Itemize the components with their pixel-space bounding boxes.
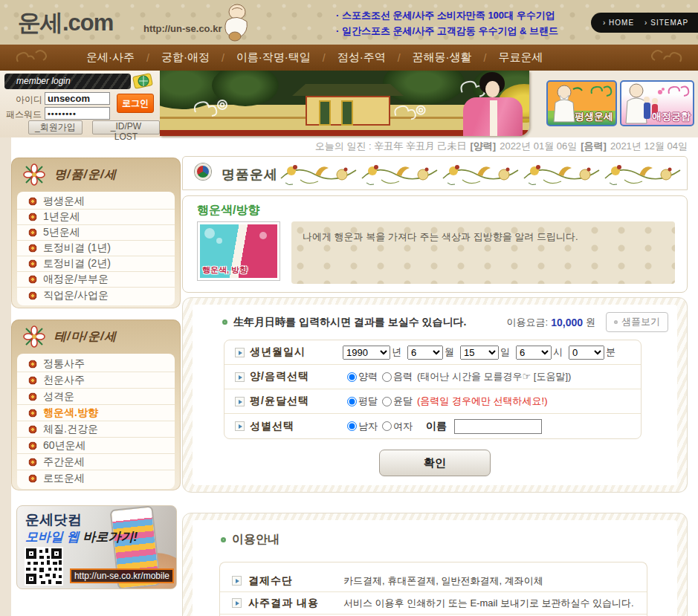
- menu2-header: 테/마/운/세: [11, 320, 181, 354]
- day-unit: 일: [500, 346, 510, 359]
- calendar-note[interactable]: (태어난 시간을 모를경우☞ [도움말]): [417, 370, 571, 383]
- flower-bullet-icon: [28, 376, 37, 385]
- flower-bullet-icon: [28, 392, 37, 401]
- sidebar-item-lotto[interactable]: 로또운세: [17, 470, 175, 487]
- section-title: 행운색/방향: [197, 203, 259, 218]
- male-radio[interactable]: [347, 421, 357, 431]
- month-select[interactable]: 6: [407, 346, 443, 360]
- nav-jumseong[interactable]: 점성·주역: [335, 51, 389, 65]
- cloud-swirl-icon: [190, 96, 234, 124]
- love-match-banner[interactable]: 애정궁합: [620, 80, 694, 126]
- sidebar-item-health[interactable]: 체질.건강운: [17, 421, 175, 438]
- sidebar-item-lifetime[interactable]: 평생운세: [17, 194, 175, 210]
- sidebar-item-lucky-color[interactable]: 행운색.방향: [17, 405, 175, 421]
- sidebar-item-tojeong1[interactable]: 토정비결 (1년): [17, 241, 175, 256]
- thumbnail-image: 행운색, 방향: [200, 224, 277, 278]
- login-button[interactable]: 로그인: [117, 94, 154, 113]
- hour-select[interactable]: 6: [516, 346, 552, 360]
- nav-free[interactable]: 무료운세: [495, 51, 546, 65]
- hanbok-lady-graphic: [490, 100, 497, 136]
- birth-input-container: 生年月日時를 입력하시면 결과를 보실수 있습니다. 이용요금: 10,000 …: [182, 297, 688, 493]
- bubble-graphic: [259, 232, 267, 239]
- sidebar-item-label: 로또운세: [43, 472, 85, 485]
- nav-gunghap[interactable]: 궁합·애정: [158, 51, 213, 65]
- calendar-label: 양/음력선택: [250, 370, 309, 383]
- nav-separator: /: [222, 52, 224, 64]
- sample-view-button[interactable]: 샘플보기: [606, 312, 668, 332]
- leap-month-radio[interactable]: [382, 397, 392, 406]
- birthdate-label-group: 생년월일시: [235, 346, 343, 359]
- sidebar-item-label: 애정운/부부운: [43, 273, 109, 286]
- female-radio[interactable]: [382, 421, 392, 431]
- palace-roof: [292, 84, 404, 96]
- idpw-lost-button[interactable]: _ID/PW LOST: [92, 120, 160, 134]
- name-label: 이름: [426, 420, 447, 433]
- sidebar-item-label: 체질.건강운: [43, 423, 98, 436]
- sidebar-item-personality[interactable]: 성격운: [17, 389, 175, 405]
- confirm-button[interactable]: 확인: [379, 450, 491, 476]
- green-bullet-icon: [222, 320, 227, 325]
- nav-name[interactable]: 이름·작명·택일: [233, 51, 314, 65]
- sidebar-item-1year[interactable]: 1년운세: [17, 210, 175, 225]
- theme-fortune-menu: 테/마/운/세 정통사주 천운사주 성격운 행운색.방향 체질.건강운 60년운…: [11, 320, 181, 490]
- birth-fields-box: 생년월일시 1990 년 6 월 15 일 6 시 0 분 양/음력선택 양력 …: [224, 340, 642, 439]
- mobile-url-chip[interactable]: http://un-se.co.kr/mobile: [70, 568, 174, 583]
- sitemap-link[interactable]: › SITEMAP: [644, 19, 688, 27]
- menu2-title: 테/마/운/세: [54, 329, 117, 345]
- sidebar-item-60year[interactable]: 60년운세: [17, 438, 175, 454]
- normal-month-radio[interactable]: [347, 397, 357, 406]
- solar-label: [양력]: [471, 140, 497, 153]
- cloud-ornament-icon: [646, 47, 685, 72]
- home-link[interactable]: › HOME: [603, 19, 634, 27]
- password-input[interactable]: [45, 107, 110, 120]
- name-input[interactable]: [454, 419, 542, 434]
- leap-month-label: 윤달: [393, 395, 413, 408]
- flower-bullet-icon: [28, 275, 37, 284]
- page-title: 명품운세: [222, 166, 278, 184]
- flower-bullet-icon: [28, 197, 37, 206]
- site-logo[interactable]: 운세.com: [18, 7, 113, 39]
- minute-select[interactable]: 0: [569, 346, 604, 360]
- flower-bullet-icon: [28, 244, 37, 253]
- qr-code: [25, 547, 63, 586]
- award-links: · 스포츠조선 운세/사주 소비자만족 100대 우수기업 · 일간스포츠 운세…: [336, 7, 558, 39]
- award-link-2[interactable]: · 일간스포츠 운세/사주 고객감동 우수기업 & 브랜드: [336, 23, 558, 39]
- solar-radio[interactable]: [347, 372, 357, 382]
- join-button[interactable]: _회원가입: [28, 120, 83, 134]
- normal-month-label: 평달: [358, 395, 378, 408]
- nav-dream[interactable]: 꿈해몽·생활: [410, 51, 475, 65]
- dot-icon: [614, 320, 618, 324]
- shortcut-text: 바로가기!: [83, 530, 138, 544]
- sidebar-item-weekly[interactable]: 주간운세: [17, 454, 175, 470]
- sample-button-label: 샘플보기: [621, 315, 660, 328]
- sidebar-item-5year[interactable]: 5년운세: [17, 225, 175, 241]
- solar-date: 2022년 01월 06일: [500, 140, 577, 153]
- today-prefix: 오늘의 일진 : 辛丑年 辛丑月 己未日: [315, 140, 467, 153]
- year-select[interactable]: 1990: [343, 346, 390, 360]
- flower-ornament-icon: [22, 324, 47, 349]
- mobile-banner-subtitle: 모바일 웹 바로가기!: [25, 528, 138, 545]
- sidebar-item-tojeong2[interactable]: 토정비결 (2년): [17, 256, 175, 272]
- arrow-icon: [232, 598, 242, 608]
- sidebar-item-career[interactable]: 직업운/사업운: [17, 288, 175, 303]
- green-cloud-icon: [589, 83, 614, 100]
- mobile-web-banner[interactable]: 운세닷컴 모바일 웹 바로가기! http://un-se.co.kr/mobi…: [16, 505, 177, 589]
- guide-rows-box: 결제수단 카드결제, 휴대폰결제, 일반전화결제, 계좌이체 사주결과 내용 서…: [219, 562, 647, 616]
- sidebar-item-label: 성격운: [43, 390, 74, 403]
- flower-bullet-icon: [28, 441, 37, 450]
- section-thumbnail[interactable]: 행운색, 방향: [197, 221, 280, 281]
- sidebar-item-cheonun[interactable]: 천운사주: [17, 372, 175, 389]
- day-select[interactable]: 15: [460, 346, 499, 360]
- fee-unit: 원: [586, 316, 595, 329]
- nav-unse-saju[interactable]: 운세·사주: [83, 51, 138, 65]
- flower-bullet-icon: [28, 213, 37, 221]
- sidebar-item-saju[interactable]: 정통사주: [17, 356, 175, 372]
- id-input[interactable]: [45, 92, 110, 105]
- form-header: 生年月日時를 입력하시면 결과를 보실수 있습니다. 이용요금: 10,000 …: [193, 305, 677, 332]
- arrow-icon: [235, 372, 245, 382]
- lunar-radio[interactable]: [382, 372, 392, 382]
- sidebar-item-love[interactable]: 애정운/부부운: [17, 272, 175, 288]
- palace-banner-image[interactable]: [160, 71, 529, 136]
- award-link-1[interactable]: · 스포츠조선 운세/사주 소비자만족 100대 우수기업: [336, 7, 558, 23]
- life-fortune-banner[interactable]: 평생운세: [546, 80, 617, 126]
